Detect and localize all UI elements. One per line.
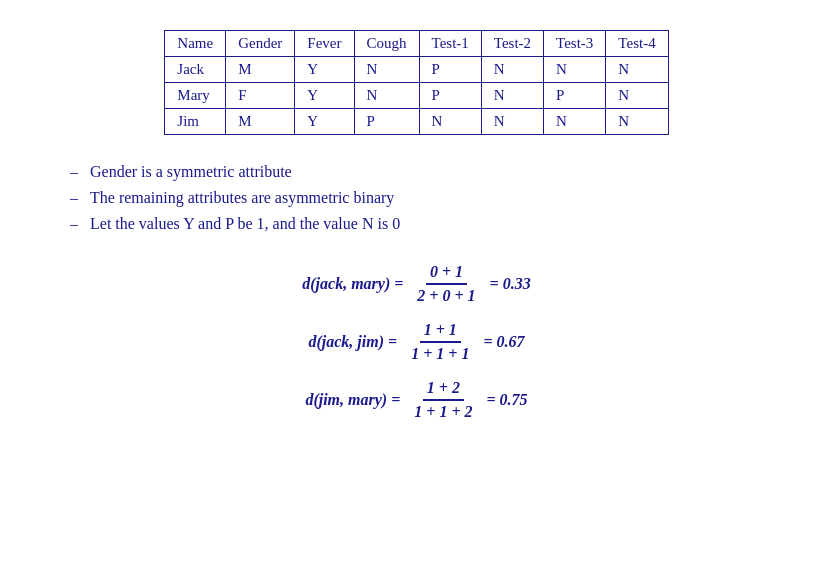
- formula-denominator: 2 + 0 + 1: [413, 285, 479, 305]
- formula-numerator: 1 + 1: [420, 321, 461, 343]
- table-row: MaryFYNPNPN: [165, 83, 668, 109]
- table-cell: Mary: [165, 83, 226, 109]
- formula-label: d(jim, mary) =: [305, 391, 400, 409]
- formula-result: = 0.33: [490, 275, 531, 293]
- table-cell: M: [226, 109, 295, 135]
- table-cell: N: [481, 57, 543, 83]
- table-cell: Jim: [165, 109, 226, 135]
- formula-result: = 0.67: [483, 333, 524, 351]
- table-cell: Jack: [165, 57, 226, 83]
- table-cell: P: [419, 57, 481, 83]
- table-cell: P: [354, 109, 419, 135]
- table-header-cell: Test-1: [419, 31, 481, 57]
- table-cell: N: [606, 83, 668, 109]
- table-header-cell: Name: [165, 31, 226, 57]
- table-row: JackMYNPNNN: [165, 57, 668, 83]
- table-cell: N: [544, 57, 606, 83]
- table-cell: N: [606, 109, 668, 135]
- table-header-cell: Gender: [226, 31, 295, 57]
- table-cell: P: [544, 83, 606, 109]
- table-cell: P: [419, 83, 481, 109]
- formula-numerator: 0 + 1: [426, 263, 467, 285]
- table-cell: N: [419, 109, 481, 135]
- table-cell: Y: [295, 109, 354, 135]
- table-cell: N: [481, 83, 543, 109]
- formula-fraction: 1 + 11 + 1 + 1: [407, 321, 473, 363]
- bullet-item: The remaining attributes are asymmetric …: [70, 189, 793, 207]
- table-row: JimMYPNNNN: [165, 109, 668, 135]
- formula-fraction: 1 + 21 + 1 + 2: [410, 379, 476, 421]
- formulas-container: d(jack, mary) =0 + 12 + 0 + 1= 0.33d(jac…: [40, 263, 793, 421]
- bullet-item: Gender is a symmetric attribute: [70, 163, 793, 181]
- formula-numerator: 1 + 2: [423, 379, 464, 401]
- formula-result: = 0.75: [487, 391, 528, 409]
- table-cell: N: [606, 57, 668, 83]
- table-header-cell: Fever: [295, 31, 354, 57]
- table-cell: N: [354, 57, 419, 83]
- formula-row: d(jack, jim) =1 + 11 + 1 + 1= 0.67: [308, 321, 524, 363]
- formula-label: d(jack, mary) =: [302, 275, 403, 293]
- bullet-list: Gender is a symmetric attributeThe remai…: [40, 163, 793, 233]
- table-cell: M: [226, 57, 295, 83]
- formula-label: d(jack, jim) =: [308, 333, 397, 351]
- formula-denominator: 1 + 1 + 2: [410, 401, 476, 421]
- table-cell: N: [481, 109, 543, 135]
- table-cell: Y: [295, 57, 354, 83]
- table-header-cell: Cough: [354, 31, 419, 57]
- formula-row: d(jack, mary) =0 + 12 + 0 + 1= 0.33: [302, 263, 530, 305]
- formula-denominator: 1 + 1 + 1: [407, 343, 473, 363]
- table-cell: Y: [295, 83, 354, 109]
- data-table: NameGenderFeverCoughTest-1Test-2Test-3Te…: [164, 30, 668, 135]
- table-header-cell: Test-2: [481, 31, 543, 57]
- table-cell: F: [226, 83, 295, 109]
- formula-row: d(jim, mary) =1 + 21 + 1 + 2= 0.75: [305, 379, 527, 421]
- data-table-container: NameGenderFeverCoughTest-1Test-2Test-3Te…: [40, 30, 793, 135]
- table-header-row: NameGenderFeverCoughTest-1Test-2Test-3Te…: [165, 31, 668, 57]
- table-header-cell: Test-3: [544, 31, 606, 57]
- table-body: JackMYNPNNNMaryFYNPNPNJimMYPNNNN: [165, 57, 668, 135]
- table-cell: N: [544, 109, 606, 135]
- table-header-cell: Test-4: [606, 31, 668, 57]
- formula-fraction: 0 + 12 + 0 + 1: [413, 263, 479, 305]
- table-cell: N: [354, 83, 419, 109]
- bullet-item: Let the values Y and P be 1, and the val…: [70, 215, 793, 233]
